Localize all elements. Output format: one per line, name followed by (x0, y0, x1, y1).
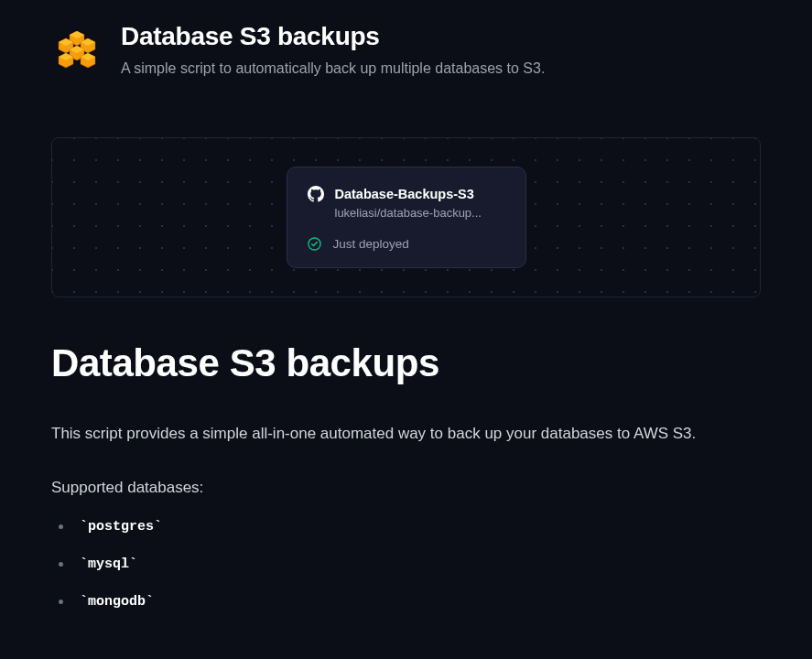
card-status: Just deployed (308, 236, 505, 251)
bullet-icon (59, 524, 63, 529)
header-title: Database S3 backups (121, 22, 761, 51)
page-header: Database S3 backups A simple script to a… (51, 22, 761, 79)
header-subtitle: A simple script to automatically back up… (121, 60, 761, 77)
bullet-icon (59, 562, 63, 567)
list-item: `mongodb` (59, 594, 761, 610)
supported-label: Supported databases: (51, 479, 761, 497)
card-header: Database-Backups-S3 (308, 186, 505, 202)
card-status-text: Just deployed (333, 237, 409, 251)
deploy-card[interactable]: Database-Backups-S3 lukeliasi/database-b… (287, 167, 526, 268)
db-name: `postgres` (80, 519, 162, 535)
github-icon (308, 186, 324, 202)
header-text: Database S3 backups A simple script to a… (121, 22, 761, 77)
list-item: `postgres` (59, 519, 761, 535)
card-repo-name: Database-Backups-S3 (335, 187, 474, 201)
check-circle-icon (308, 236, 322, 251)
db-name: `mongodb` (80, 594, 154, 610)
card-repo-path: lukeliasi/database-backup... (335, 206, 505, 220)
bullet-icon (59, 600, 63, 604)
db-name: `mysql` (80, 556, 137, 572)
database-list: `postgres` `mysql` `mongodb` (51, 519, 761, 610)
deploy-preview-panel: Database-Backups-S3 lukeliasi/database-b… (51, 137, 761, 297)
main-title: Database S3 backups (51, 341, 761, 385)
aws-cubes-icon (51, 27, 103, 79)
main-description: This script provides a simple all-in-one… (51, 422, 761, 446)
list-item: `mysql` (59, 556, 761, 572)
